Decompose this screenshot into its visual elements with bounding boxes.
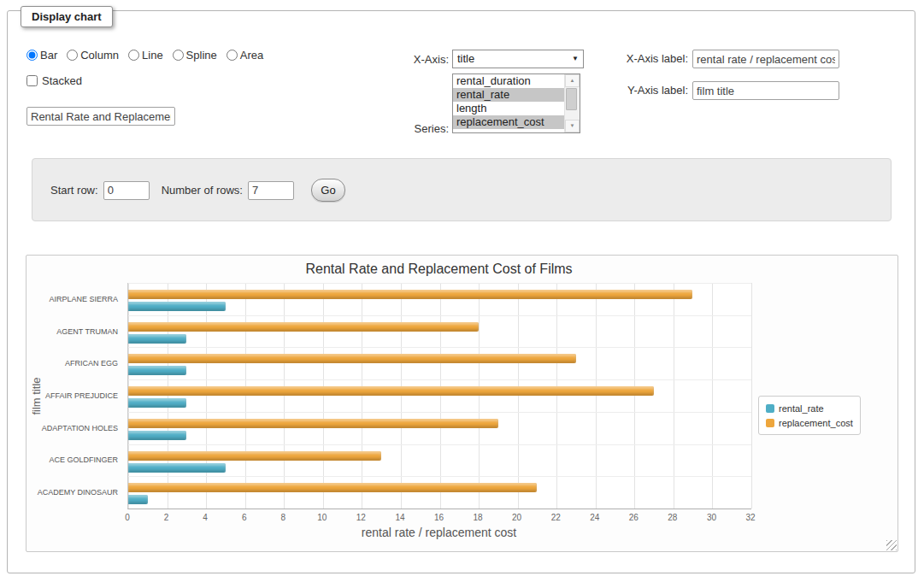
scrollbar-down-icon[interactable]: ▼ <box>565 120 580 132</box>
legend-label: rental_rate <box>779 403 824 414</box>
number-of-rows-input[interactable] <box>248 181 294 200</box>
bar-rental_rate <box>128 495 148 504</box>
x-tick-label: 2 <box>154 513 180 522</box>
series-option-length[interactable]: length <box>453 102 564 115</box>
y-axis-label-label: Y-Axis label: <box>551 84 688 97</box>
chart-type-label: Line <box>142 49 163 62</box>
legend-label: replacement_cost <box>779 418 853 428</box>
gridline <box>128 379 751 380</box>
bar-replacement_cost <box>128 451 381 461</box>
row-controls-panel: Start row: Number of rows: Go <box>32 158 892 221</box>
bar-replacement_cost <box>128 290 692 299</box>
chart-type-option-area[interactable]: Area <box>227 49 263 62</box>
x-axis-label-input[interactable] <box>692 50 839 68</box>
x-tick-label: 12 <box>348 513 374 522</box>
x-tick-label: 6 <box>232 513 257 522</box>
chart-type-label: Spline <box>186 49 217 62</box>
x-axis-select-value: title <box>457 52 474 65</box>
x-tick-label: 16 <box>427 513 452 522</box>
display-chart-panel: Display chart BarColumnLineSplineArea St… <box>7 10 915 573</box>
category-label: ADAPTATION HOLES <box>42 424 118 432</box>
chart-type-radio-group: BarColumnLineSplineArea <box>26 49 263 62</box>
go-button[interactable]: Go <box>311 179 345 202</box>
chart-container: Rental Rate and Replacement Cost of Film… <box>26 255 898 552</box>
bar-replacement_cost <box>128 483 537 492</box>
legend-items: rental_ratereplacement_cost <box>766 401 853 430</box>
chart-type-option-bar[interactable]: Bar <box>26 49 57 62</box>
start-row-label: Start row: <box>50 184 98 197</box>
x-tick-label: 14 <box>387 513 413 522</box>
bar-replacement_cost <box>128 354 576 363</box>
category-label: ACADEMY DINOSAUR <box>38 488 118 497</box>
bar-rental_rate <box>128 463 226 473</box>
legend-swatch <box>766 404 774 413</box>
series-select-label: Series: <box>363 122 449 135</box>
stacked-checkbox-label[interactable]: Stacked <box>42 74 82 87</box>
x-tick-label: 20 <box>504 513 530 522</box>
plot-area <box>127 283 751 509</box>
bar-replacement_cost <box>128 386 654 396</box>
value-axis-ticks: 02468101214161820222426283032 <box>127 513 750 523</box>
gridline <box>128 347 751 348</box>
chart-type-radio-bar[interactable] <box>26 50 38 61</box>
x-axis-select-label: X-Axis: <box>363 53 449 66</box>
category-label: AFRICAN EGG <box>65 359 118 367</box>
gridline <box>128 444 751 445</box>
series-option-replacement_cost[interactable]: replacement_cost <box>453 115 564 129</box>
bar-replacement_cost <box>128 322 479 332</box>
bar-rental_rate <box>128 398 186 408</box>
chart-type-option-spline[interactable]: Spline <box>173 49 217 62</box>
chart-type-label: Area <box>240 49 263 62</box>
number-of-rows-label: Number of rows: <box>162 184 243 197</box>
x-tick-label: 0 <box>115 513 140 522</box>
gridline <box>751 283 752 509</box>
series-options: rental_durationrental_ratelengthreplacem… <box>453 74 564 132</box>
chart-type-radio-line[interactable] <box>128 50 139 61</box>
x-tick-label: 26 <box>621 513 646 522</box>
legend-item-rental_rate[interactable]: rental_rate <box>766 401 853 415</box>
chart-type-radio-column[interactable] <box>67 50 78 61</box>
stacked-checkbox[interactable] <box>26 75 38 86</box>
x-tick-label: 32 <box>738 513 763 522</box>
bar-rental_rate <box>128 302 226 311</box>
x-tick-label: 22 <box>543 513 568 522</box>
gridline <box>128 315 751 316</box>
bar-replacement_cost <box>128 419 498 428</box>
x-tick-label: 28 <box>660 513 686 522</box>
chart-legend: rental_ratereplacement_cost <box>758 396 861 435</box>
chart-type-option-column[interactable]: Column <box>67 49 119 62</box>
chart-type-label: Column <box>80 49 119 62</box>
legend-swatch <box>766 419 774 427</box>
stacked-row: Stacked <box>26 74 82 87</box>
x-tick-label: 4 <box>192 513 218 522</box>
gridline <box>128 283 751 284</box>
chart-type-radio-spline[interactable] <box>173 50 184 61</box>
x-axis-title: rental rate / replacement cost <box>127 526 750 539</box>
bar-rental_rate <box>128 366 186 375</box>
series-listbox[interactable]: rental_durationrental_ratelengthreplacem… <box>452 73 580 133</box>
x-tick-label: 8 <box>270 513 296 522</box>
x-tick-label: 18 <box>465 513 491 522</box>
chart-type-label: Bar <box>40 49 57 62</box>
x-axis-label-label: X-Axis label: <box>551 52 688 65</box>
series-option-rental_rate[interactable]: rental_rate <box>453 88 564 102</box>
bar-rental_rate <box>128 334 186 344</box>
chart-type-radio-area[interactable] <box>227 50 238 61</box>
bar-rental_rate <box>128 431 186 440</box>
category-label: AGENT TRUMAN <box>56 327 118 336</box>
chart-title-input[interactable] <box>26 107 175 126</box>
x-tick-label: 10 <box>309 513 335 522</box>
row-controls: Start row: Number of rows: Go <box>50 179 345 202</box>
y-axis-label-input[interactable] <box>692 81 839 100</box>
chart-type-option-line[interactable]: Line <box>128 49 163 62</box>
gridline <box>128 412 751 413</box>
category-label: AIRPLANE SIERRA <box>49 295 118 303</box>
series-option-rental_duration[interactable]: rental_duration <box>453 74 564 88</box>
start-row-input[interactable] <box>103 181 150 200</box>
legend-item-replacement_cost[interactable]: replacement_cost <box>766 415 853 430</box>
category-label: ACE GOLDFINGER <box>49 456 118 464</box>
x-tick-label: 24 <box>582 513 608 522</box>
chart-title: Rental Rate and Replacement Cost of Film… <box>127 262 750 277</box>
resize-handle-icon[interactable] <box>886 540 897 550</box>
gridline <box>712 283 713 509</box>
